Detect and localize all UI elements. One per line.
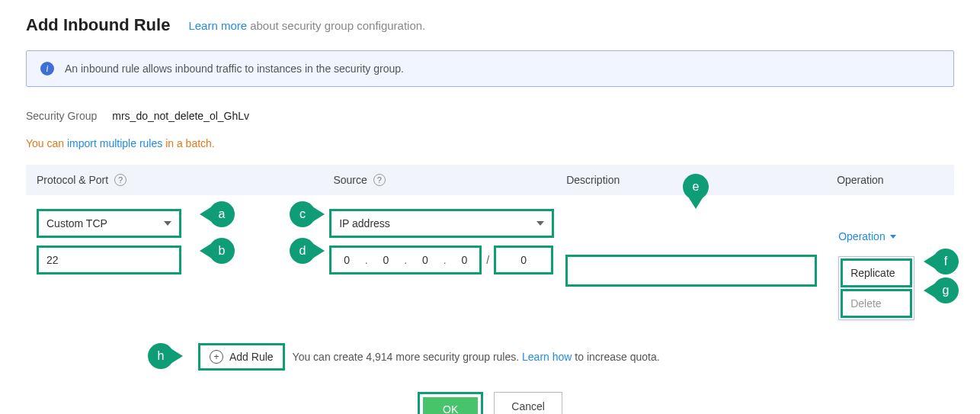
operation-dropdown[interactable]: Operation [838,230,895,242]
ip-octet: 0 [422,254,428,266]
info-banner-text: An inbound rule allows inbound traffic t… [65,63,404,75]
ok-button[interactable]: OK [418,392,483,414]
col-operation-label: Operation [837,174,883,186]
rule-row: Custom TCP 22 IP address 0 . 0 . 0 . 0 /… [26,195,954,320]
rules-table-header: Protocol & Port ? Source ? Description O… [26,165,954,195]
source-select-value: IP address [339,217,390,229]
learn-more-text: about security group configuration. [250,19,425,32]
col-source-label: Source [333,174,367,186]
import-hint-prefix: You can [26,137,67,149]
learn-more-link[interactable]: Learn more [188,19,247,32]
ip-address-input[interactable]: 0 . 0 . 0 . 0 [329,246,482,274]
quota-text-prefix: You can create 4,914 more security group… [293,351,522,363]
source-select[interactable]: IP address [329,209,554,238]
description-input[interactable] [565,255,817,287]
import-hint-suffix: in a batch. [162,137,215,149]
operation-dropdown-label: Operation [838,230,885,242]
col-description-label: Description [566,174,620,186]
ip-octet: 0 [383,254,389,266]
learn-how-link[interactable]: Learn how [522,351,572,363]
operation-replicate[interactable]: Replicate [841,258,912,287]
cancel-button[interactable]: Cancel [494,392,562,414]
chevron-down-icon [164,221,171,226]
import-rules-link[interactable]: import multiple rules [67,137,162,149]
info-icon: i [40,62,54,75]
quota-text-suffix: to increase quota. [572,351,659,363]
ip-octet: 0 [344,254,350,266]
protocol-select-value: Custom TCP [46,217,107,229]
ip-dot: . [365,254,368,266]
add-rule-label: Add Rule [229,351,274,363]
chevron-down-icon [536,221,544,226]
port-value: 22 [46,254,59,266]
cidr-mask-input[interactable]: 0 [494,246,553,274]
marker-h: h [148,343,174,369]
help-icon[interactable]: ? [373,174,386,186]
port-input[interactable]: 22 [37,246,181,274]
ip-octet: 0 [461,254,467,266]
operation-menu: Replicate Delete [838,256,914,320]
page-title: Add Inbound Rule [26,15,170,35]
add-rule-button[interactable]: + Add Rule [198,343,285,371]
ip-dot: . [444,254,447,266]
ip-dot: . [404,254,407,266]
help-icon[interactable]: ? [114,174,127,186]
plus-icon: + [210,350,223,364]
chevron-down-icon [890,235,896,239]
operation-delete[interactable]: Delete [841,289,912,318]
cidr-slash: / [486,254,489,266]
ok-button-label: OK [423,397,478,414]
security-group-value: mrs_do_not_delete_ol_GhLv [112,110,249,122]
protocol-select[interactable]: Custom TCP [37,209,181,238]
info-banner: i An inbound rule allows inbound traffic… [26,50,954,87]
cidr-mask-value: 0 [520,254,527,266]
security-group-label: Security Group [26,110,97,122]
col-protocol-label: Protocol & Port [37,174,108,186]
cancel-button-label: Cancel [511,400,545,412]
